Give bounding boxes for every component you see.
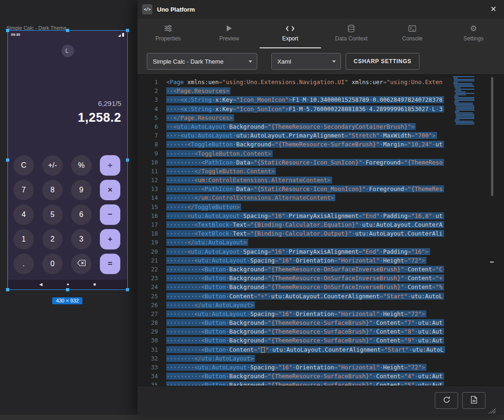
calculator-preview[interactable]: 09:30 ☾ 6,291/5 1,258.2 C+/-%÷789×456−12…: [8, 31, 127, 289]
calc-button-5[interactable]: 5: [42, 204, 63, 225]
calc-button-1[interactable]: 1: [13, 229, 34, 249]
refresh-button[interactable]: [435, 392, 458, 409]
tab-settings[interactable]: ⚙Settings: [443, 19, 504, 48]
backspace-icon: [77, 260, 86, 268]
code-line: ········<utu:AutoLayout·Spacing="16"·Ori…: [166, 309, 453, 318]
size-badge: 430 × 932: [52, 297, 82, 304]
line-number: 32: [137, 354, 158, 363]
calc-button-%[interactable]: %: [71, 155, 92, 176]
tab-preview[interactable]: Preview: [199, 19, 260, 48]
calc-button-9[interactable]: 9: [71, 180, 92, 200]
code-line: ··········<Button·Background="{ThemeReso…: [166, 318, 453, 327]
calc-button-7[interactable]: 7: [13, 180, 34, 200]
code-line: ········<TextBlock·Text="{Binding·Calcul…: [166, 229, 453, 238]
line-number: 19: [137, 238, 158, 247]
csharp-settings-button[interactable]: CSHARP SETTINGS: [346, 53, 419, 70]
tab-label: Console: [402, 35, 423, 42]
calc-button-2[interactable]: 2: [42, 229, 63, 249]
line-number: 20: [137, 247, 158, 256]
code-line: ··········<Button·Background="{ThemeReso…: [166, 381, 453, 386]
selection-handle[interactable]: [126, 288, 129, 291]
code-line: ··<utu:AutoLayout·Background="{ThemeReso…: [166, 122, 453, 131]
calc-button-backspace[interactable]: [71, 254, 92, 274]
line-number: 3: [137, 95, 158, 104]
line-number: 11: [137, 167, 158, 176]
selection-handle[interactable]: [66, 29, 69, 32]
calc-button-8[interactable]: 8: [42, 180, 63, 200]
selection-handle[interactable]: [66, 288, 69, 291]
calc-output: 1,258.2: [78, 111, 121, 125]
back-icon[interactable]: ◀: [39, 282, 43, 287]
format-select-value: Xaml: [277, 58, 291, 65]
home-icon[interactable]: ●: [67, 282, 69, 287]
scrollbar-thumb[interactable]: [491, 77, 493, 196]
recents-icon[interactable]: ■: [93, 282, 96, 287]
resize-grip[interactable]: [488, 407, 496, 413]
tab-label: Preview: [219, 35, 239, 42]
window-bottombar: [137, 386, 504, 415]
page-select[interactable]: Simple Calc - Dark Theme: [147, 53, 257, 70]
selection-handle[interactable]: [6, 288, 9, 291]
artboard-label: Simple Calc - Dark Theme: [7, 25, 66, 31]
database-icon: [347, 24, 355, 33]
chevron-down-icon: [332, 60, 336, 63]
line-number: 26: [137, 301, 158, 309]
code-line: ··········<Button·Background="{ThemeReso…: [166, 372, 453, 381]
calc-button-3[interactable]: 3: [71, 229, 92, 249]
calc-button-−[interactable]: −: [100, 204, 120, 225]
line-number: 1: [137, 78, 158, 86]
window-titlebar: </> Uno Platform ✕: [137, 0, 504, 19]
calc-button-=[interactable]: =: [100, 254, 120, 274]
theme-toggle-button[interactable]: ☾: [61, 45, 74, 57]
calc-button-+[interactable]: +: [100, 229, 120, 249]
close-icon[interactable]: ✕: [491, 6, 497, 13]
tab-properties[interactable]: Properties: [137, 19, 199, 48]
calc-button-+/-[interactable]: +/-: [42, 155, 63, 176]
line-number: 17: [137, 220, 158, 229]
tab-label: Settings: [464, 35, 484, 42]
selection-handle[interactable]: [126, 158, 129, 162]
tab-bar: PropertiesPreviewExportData ContextConso…: [137, 19, 504, 48]
line-number: 6: [137, 122, 158, 131]
calc-button-×[interactable]: ×: [100, 180, 120, 200]
code-line: ··········<Button·Content="÷"·utu:AutoLa…: [166, 292, 453, 301]
gear-icon: ⚙: [470, 24, 477, 33]
calc-button-C[interactable]: C: [13, 155, 34, 176]
code-line: ··<Page.Resources>: [166, 86, 453, 95]
tab-console[interactable]: Console: [382, 19, 443, 48]
tab-export[interactable]: Export: [260, 19, 321, 48]
code-content[interactable]: <Page xmlns:uen="using:Uno.Extensions.Na…: [166, 78, 453, 386]
terminal-icon: [408, 24, 416, 33]
window-title: Uno Platform: [157, 6, 195, 13]
line-number: 33: [137, 363, 158, 372]
code-line: ··········<Button·Content=""·utu:AutoLay…: [166, 345, 453, 354]
calc-button-4[interactable]: 4: [13, 204, 34, 225]
line-number: 4: [137, 105, 158, 113]
code-line: ··</Page.Resources>: [166, 113, 453, 122]
line-number: 10: [137, 158, 158, 167]
export-file-button[interactable]: [462, 392, 485, 409]
chevron-down-icon: [249, 60, 252, 63]
line-number: 30: [137, 336, 158, 345]
code-line: ··········<PathIcon·Data="{StaticResourc…: [166, 158, 453, 167]
code-line: ··········<Button·Background="{ThemeReso…: [166, 265, 453, 274]
line-number: 29: [137, 327, 158, 336]
line-number: 15: [137, 203, 158, 211]
calc-button-6[interactable]: 6: [71, 204, 92, 225]
calc-button-.[interactable]: .: [13, 254, 34, 274]
calc-button-÷[interactable]: ÷: [100, 155, 120, 176]
calc-button-0[interactable]: 0: [42, 254, 63, 274]
minimap[interactable]: [453, 76, 490, 125]
selection-handle[interactable]: [126, 29, 129, 32]
line-number: 18: [137, 229, 158, 238]
code-line: ········<utu:AutoLayout·Spacing="16"·Ori…: [166, 363, 453, 372]
selection-handle[interactable]: [6, 29, 9, 32]
code-line: ······<ToggleButton·Background="{ThemeRe…: [166, 140, 453, 149]
code-editor[interactable]: 1234567891011121314151617181920212223242…: [137, 74, 504, 386]
selection-handle[interactable]: [6, 158, 9, 162]
code-line: ········<um:ControlExtensions.AlternateC…: [166, 176, 453, 184]
format-select[interactable]: Xaml: [271, 53, 341, 70]
play-icon: [226, 24, 232, 33]
export-file-icon: [471, 396, 478, 405]
tab-data-context[interactable]: Data Context: [321, 19, 382, 48]
